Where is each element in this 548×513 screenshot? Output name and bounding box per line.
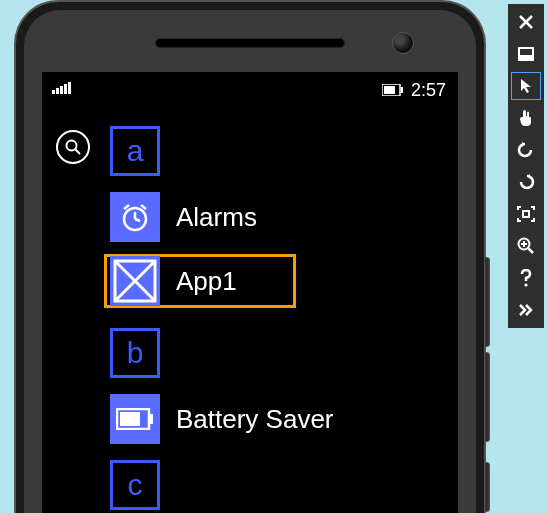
- more-button[interactable]: [511, 296, 541, 324]
- app-label: App1: [176, 266, 237, 297]
- letter-header-b[interactable]: b: [110, 326, 160, 380]
- letter-tile: c: [110, 460, 160, 510]
- signal-icon: [52, 82, 71, 94]
- svg-rect-1: [384, 86, 395, 94]
- battery-icon: [382, 84, 404, 96]
- fit-screen-button[interactable]: [511, 200, 541, 228]
- app-label: Battery Saver: [176, 404, 334, 435]
- volume-button[interactable]: [484, 257, 490, 347]
- app1-icon: [110, 256, 160, 306]
- zoom-button[interactable]: [511, 232, 541, 260]
- svg-rect-18: [523, 211, 529, 217]
- rotate-left-button[interactable]: [511, 136, 541, 164]
- close-button[interactable]: [511, 8, 541, 36]
- phone-device: 2:57 a: [14, 0, 486, 513]
- svg-rect-12: [120, 412, 140, 426]
- letter-header-c[interactable]: c: [110, 458, 160, 512]
- emulator-toolbar: [508, 4, 544, 328]
- pointer-mode-button[interactable]: [511, 72, 541, 100]
- minimize-icon: [518, 47, 534, 61]
- svg-rect-13: [150, 414, 153, 424]
- pointer-icon: [519, 78, 533, 94]
- app-item-alarms[interactable]: Alarms: [110, 190, 257, 244]
- alarms-icon: [110, 192, 160, 242]
- phone-screen: 2:57 a: [42, 72, 458, 513]
- camera-button[interactable]: [484, 462, 490, 512]
- app-item-app1-selected[interactable]: App1: [104, 254, 296, 308]
- phone-camera: [392, 32, 414, 54]
- svg-line-4: [76, 150, 81, 155]
- status-bar: 2:57: [42, 78, 458, 102]
- clock: 2:57: [411, 80, 446, 101]
- close-icon: [519, 15, 533, 29]
- power-button[interactable]: [484, 352, 490, 442]
- search-button[interactable]: [56, 130, 90, 164]
- svg-line-7: [135, 219, 140, 221]
- app-label: Alarms: [176, 202, 257, 233]
- app-list[interactable]: a Alarms: [42, 124, 458, 513]
- touch-mode-button[interactable]: [511, 104, 541, 132]
- hand-icon: [518, 109, 534, 127]
- chevrons-right-icon: [518, 303, 534, 317]
- svg-point-23: [524, 283, 527, 286]
- phone-speaker: [155, 38, 345, 48]
- help-icon: [519, 269, 533, 287]
- battery-saver-icon: [110, 394, 160, 444]
- letter-tile: b: [110, 328, 160, 378]
- svg-rect-17: [519, 55, 533, 60]
- minimize-button[interactable]: [511, 40, 541, 68]
- rotate-left-icon: [517, 142, 535, 158]
- svg-rect-2: [401, 87, 403, 93]
- help-button[interactable]: [511, 264, 541, 292]
- letter-tile: a: [110, 126, 160, 176]
- fit-screen-icon: [517, 206, 535, 222]
- svg-point-3: [67, 141, 77, 151]
- svg-line-22: [529, 249, 534, 254]
- app-item-battery-saver[interactable]: Battery Saver: [110, 392, 334, 446]
- search-icon: [65, 139, 81, 155]
- zoom-icon: [517, 237, 535, 255]
- rotate-right-icon: [517, 174, 535, 190]
- rotate-right-button[interactable]: [511, 168, 541, 196]
- letter-header-a[interactable]: a: [110, 124, 160, 178]
